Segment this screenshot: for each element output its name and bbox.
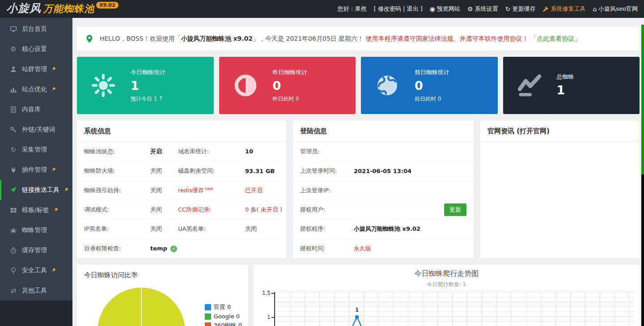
sidebar-item-12[interactable]: 安全工具 — [0, 260, 72, 280]
bar-chart-icon — [9, 86, 17, 93]
system-info-panel: 系统信息 蜘蛛池状态:开启域名库统计:10蜘蛛防火墙:关闭磁盘剩余空间:93.3… — [77, 121, 286, 258]
sidebar-item-0[interactable]: 后台首页 — [0, 19, 72, 39]
y-axis-tick: 1.5 — [257, 290, 271, 296]
gear-icon: ⚙ — [467, 5, 473, 13]
stat-card-value: 0 — [415, 79, 449, 93]
pin-icon — [51, 167, 56, 173]
legend-swatch — [205, 313, 211, 320]
header-nav: ◉预览网站⚙系统设置↻更新缓存系统修复工具⌂小旋风seo官网 — [430, 5, 638, 13]
login-info-row: 上次登录IP: — [293, 181, 474, 200]
login-info-row: 管理员: — [293, 142, 474, 161]
open-official-site-link[interactable]: (打开官网) — [517, 127, 550, 135]
news-panel: 官网资讯 (打开官网) — [480, 121, 640, 258]
welcome-bar: HELLO，BOSS！欢迎使用「小旋风万能蜘蛛池 x9.02」，今天是 2021… — [77, 27, 640, 51]
nav-system-settings[interactable]: ⚙系统设置 — [467, 5, 498, 13]
plug-icon — [9, 166, 17, 174]
sidebar-item-label: 内容库 — [22, 106, 41, 114]
system-info-row: IP黑名单:关闭UA黑名单:关闭 — [77, 219, 286, 238]
greeting-text: 您好：果然 — [338, 5, 367, 13]
sidebar-item-6[interactable]: ↻ 采集管理 — [0, 140, 72, 160]
sidebar-item-11[interactable]: 缓存管理 — [0, 240, 72, 260]
line-chart-title: 今日蜘蛛爬行走势图 — [254, 269, 640, 279]
sidebar-item-2[interactable]: 站群管理 — [0, 59, 72, 79]
stat-card-2: 前日蜘蛛统计 0 前日此时 0 — [361, 57, 498, 114]
bulb-icon — [9, 267, 17, 274]
sidebar-item-label: 其他工具 — [22, 287, 47, 295]
welcome-warning: 使用本程序请遵守国家法律法规、并遵守本软件使用协议！ — [366, 35, 529, 42]
sidebar-item-label: 蜘蛛管理 — [22, 226, 47, 234]
sidebar-item-9[interactable]: 模板/标签 — [0, 200, 72, 220]
pin-icon — [51, 86, 56, 92]
nav-official-site[interactable]: ⌂小旋风seo官网 — [593, 5, 638, 13]
sidebar-item-7[interactable]: 插件管理 — [0, 160, 72, 180]
paper-plane-icon — [9, 186, 17, 194]
data-point — [355, 315, 359, 319]
sidebar-item-label: 外链/关键词 — [22, 126, 55, 134]
logout-link[interactable]: 退出 — [407, 5, 419, 12]
grid-icon — [9, 207, 17, 214]
legend-item: Google 0 — [205, 313, 242, 320]
arrow-up-icon: ↑ — [158, 95, 163, 102]
pie-legend: 百度 0Google 0360蜘蛛 0 — [205, 303, 242, 326]
top-header: 小旋风 万能蜘蛛池 X9.02 您好：果然 [ 修改密码 | 退出 ] ◉预览网… — [0, 0, 644, 18]
stat-cards-row: 今日蜘蛛统计 1 预计今日 1↑ 昨日蜘蛛统计 0 昨日此时 0 前日蜘蛛统计 … — [77, 57, 640, 114]
sidebar-item-8[interactable]: 链接推送工具 — [0, 180, 72, 200]
stat-card-value: 1 — [557, 83, 574, 97]
trend-icon — [517, 73, 542, 97]
login-info-rows: 管理员: 上次登录时间: 2021-06-05 13:04 上次登录IP: 授权… — [293, 142, 474, 258]
pin-icon — [51, 66, 56, 72]
stat-card-1: 昨日蜘蛛统计 0 昨日此时 0 — [219, 57, 356, 114]
sidebar-item-10[interactable]: 蜘蛛管理 — [0, 220, 72, 240]
sidebar-item-label: 站群管理 — [22, 65, 47, 73]
sidebar-menu: 后台首页 ⚙ 核心设置 站群管理 站点优化 内容库 外链/关键词 ↻ 采集管理 … — [0, 18, 72, 301]
stat-card-sub: 昨日此时 0 — [273, 95, 308, 103]
system-info-row: 蜘蛛防火墙:关闭磁盘剩余空间:93.31 GB — [77, 161, 286, 180]
legend-swatch — [205, 322, 211, 326]
legend-swatch — [205, 304, 211, 310]
sync-icon: ↻ — [9, 146, 17, 154]
sidebar-item-3[interactable]: 站点优化 — [0, 79, 72, 99]
contrast-icon — [233, 73, 258, 97]
stat-card-value: 0 — [273, 79, 308, 93]
login-info-row: 授权用户: 更新 — [293, 200, 474, 219]
sidebar-item-5[interactable]: 外链/关键词 — [0, 119, 72, 140]
change-password-link[interactable]: 修改密码 — [378, 5, 401, 12]
sidebar-item-1[interactable]: ⚙ 核心设置 — [0, 39, 72, 59]
nav-preview-site[interactable]: ◉预览网站 — [430, 5, 460, 13]
system-info-title: 系统信息 — [77, 121, 286, 142]
sidebar: 后台首页 ⚙ 核心设置 站群管理 站点优化 内容库 外链/关键词 ↻ 采集管理 … — [0, 18, 72, 326]
stat-card-sub: 前日此时 0 — [415, 95, 449, 103]
scrollbar-track[interactable] — [641, 174, 644, 326]
pin-icon — [51, 267, 56, 273]
scrollbar-thumb[interactable] — [641, 25, 644, 174]
system-info-row: 蜘蛛池状态:开启域名库统计:10 — [77, 142, 286, 161]
sidebar-item-label: 链接推送工具 — [22, 186, 59, 194]
news-body — [480, 142, 640, 258]
sidebar-item-label: 缓存管理 — [22, 246, 47, 254]
login-info-row: 上次登录时间: 2021-06-05 13:04 — [293, 161, 474, 180]
bottom-row: 今日蜘蛛访问比率 百度 0Google 0360蜘蛛 0 今日蜘蛛爬行走势图 今… — [77, 265, 640, 326]
logo-sub-text: 万能蜘蛛池 — [43, 0, 94, 18]
monitor-icon — [9, 25, 17, 33]
login-info-row: 授权时间: 永久版 — [293, 238, 474, 258]
update-button[interactable]: 更新 — [444, 203, 466, 216]
nav-update-cache[interactable]: ↻更新缓存 — [505, 5, 536, 13]
version-badge: X9.02 — [96, 2, 119, 8]
pie-chart-panel: 今日蜘蛛访问比率 百度 0Google 0360蜘蛛 0 — [77, 265, 248, 326]
check-icon: ✓ — [170, 246, 177, 252]
nav-repair-tools[interactable]: 系统修复工具 — [542, 5, 585, 13]
agreement-link[interactable]: 「点此查看协议」 — [530, 35, 580, 42]
eye-icon: ◉ — [430, 5, 435, 13]
stat-card-0: 今日蜘蛛统计 1 预计今日 1↑ — [77, 57, 214, 114]
wrench-icon — [542, 6, 549, 12]
info-row: 系统信息 蜘蛛池状态:开启域名库统计:10蜘蛛防火墙:关闭磁盘剩余空间:93.3… — [77, 121, 640, 258]
sidebar-item-13[interactable]: ⇄ 其他工具 — [0, 280, 72, 301]
pie-chart — [97, 288, 185, 326]
sidebar-item-label: 后台首页 — [22, 25, 47, 33]
sidebar-item-4[interactable]: 内容库 — [0, 99, 72, 119]
system-info-row: 目录权限检查:temp✓ — [77, 238, 286, 258]
line-chart-subtitle: 今日爬行数量: 1 — [254, 281, 640, 288]
legend-item: 百度 0 — [205, 303, 242, 311]
system-info-rows: 蜘蛛池状态:开启域名库统计:10蜘蛛防火墙:关闭磁盘剩余空间:93.31 GB蜘… — [77, 142, 286, 258]
spider-icon — [9, 227, 17, 234]
